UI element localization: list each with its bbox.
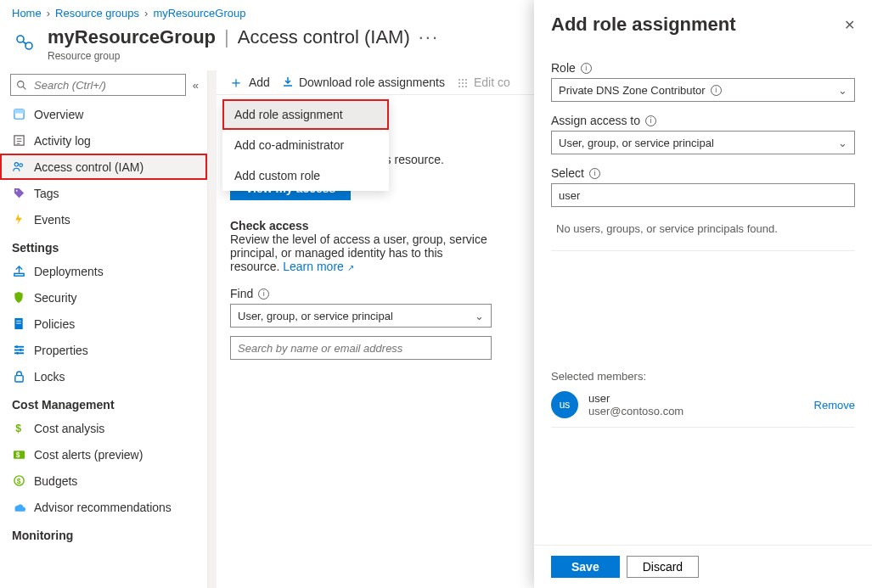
info-icon[interactable]: i [258, 288, 269, 300]
add-label: Add [249, 76, 270, 89]
sidebar-item-properties[interactable]: Properties [0, 337, 207, 363]
overview-icon [12, 108, 25, 121]
sidebar-item-label: Access control (IAM) [34, 160, 143, 174]
sidebar-item-overview[interactable]: Overview [0, 101, 207, 127]
policies-icon [12, 317, 25, 331]
lock-icon [12, 370, 25, 384]
sidebar-item-label: Budgets [34, 474, 77, 488]
dropdown-item-add-role-assignment[interactable]: Add role assignment [222, 99, 389, 130]
sidebar-item-locks[interactable]: Locks [0, 363, 207, 389]
find-search-input[interactable] [230, 336, 492, 360]
sidebar: « Overview Activity log Access control (… [0, 70, 208, 588]
sidebar-item-deployments[interactable]: Deployments [0, 258, 207, 284]
collapse-sidebar-button[interactable]: « [193, 79, 199, 92]
more-actions-button[interactable]: ··· [419, 26, 439, 48]
crumb-current[interactable]: myResourceGroup [153, 7, 245, 20]
activity-log-icon [12, 134, 25, 148]
add-dropdown: Add role assignment Add co-administrator… [222, 99, 389, 191]
edit-columns-button[interactable]: Edit co [457, 76, 510, 89]
svg-point-21 [19, 349, 21, 351]
assign-select[interactable]: User, group, or service principal ⌄ [551, 131, 855, 154]
save-button[interactable]: Save [551, 556, 620, 578]
svg-point-12 [15, 190, 17, 192]
sidebar-item-tags[interactable]: Tags [0, 180, 207, 206]
find-type-select[interactable]: User, group, or service principal ⌄ [230, 304, 492, 328]
svg-text:$: $ [15, 423, 21, 434]
discard-button[interactable]: Discard [627, 556, 699, 578]
close-icon[interactable]: ✕ [844, 17, 855, 33]
svg-rect-15 [16, 321, 21, 322]
crumb-home[interactable]: Home [12, 7, 42, 20]
sidebar-item-security[interactable]: Security [0, 284, 207, 311]
info-icon[interactable]: i [581, 63, 592, 74]
edit-label: Edit co [474, 76, 510, 89]
sidebar-item-access-control[interactable]: Access control (IAM) [0, 154, 207, 180]
cost-analysis-icon: $ [12, 422, 25, 435]
chevron-right-icon: › [47, 7, 50, 20]
cost-alerts-icon: $ [12, 448, 25, 462]
learn-more-link[interactable]: Learn more ↗ [283, 260, 353, 273]
select-input[interactable] [551, 183, 855, 207]
resource-group-icon [12, 30, 37, 55]
dropdown-item-add-custom-role[interactable]: Add custom role [222, 160, 389, 191]
svg-point-10 [14, 163, 18, 166]
events-icon [12, 213, 25, 227]
svg-point-2 [18, 81, 24, 87]
properties-icon [12, 344, 25, 357]
flyout-title: Add role assignment [551, 14, 736, 36]
search-icon [16, 80, 27, 91]
plus-icon: ＋ [228, 76, 244, 88]
sidebar-item-label: Locks [34, 370, 65, 384]
tags-icon [12, 187, 25, 200]
sidebar-scrollbar[interactable] [208, 70, 217, 588]
sidebar-item-policies[interactable]: Policies [0, 311, 207, 337]
role-select[interactable]: Private DNS Zone Contributor i ⌄ [551, 78, 855, 102]
check-access-heading: Check access [230, 219, 492, 232]
download-button[interactable]: Download role assignments [282, 76, 445, 89]
download-label: Download role assignments [299, 76, 445, 89]
add-role-assignment-panel: Add role assignment ✕ Role i Private DNS… [534, 0, 872, 588]
page-title-main: myResourceGroup [48, 26, 216, 48]
page-title-sub: Access control (IAM) [238, 26, 410, 48]
columns-icon [457, 76, 469, 88]
dropdown-item-add-co-administrator[interactable]: Add co-administrator [222, 130, 389, 160]
chevron-down-icon: ⌄ [475, 310, 484, 322]
chevron-down-icon: ⌄ [838, 84, 847, 97]
sidebar-item-label: Security [34, 291, 77, 305]
title-separator: | [224, 26, 229, 48]
add-button[interactable]: ＋ Add [228, 76, 270, 89]
no-results-text: No users, groups, or service principals … [551, 207, 855, 251]
svg-point-0 [17, 36, 24, 42]
member-email: user@contoso.com [588, 405, 804, 417]
search-input[interactable] [32, 78, 180, 92]
iam-icon [12, 160, 25, 174]
shield-icon [12, 291, 25, 305]
svg-point-20 [15, 345, 18, 348]
svg-rect-5 [14, 109, 23, 114]
sidebar-item-cost-analysis[interactable]: $ Cost analysis [0, 415, 207, 441]
sidebar-item-events[interactable]: Events [0, 206, 207, 232]
chevron-down-icon: ⌄ [838, 137, 847, 149]
info-icon[interactable]: i [711, 85, 722, 96]
sidebar-item-activity-log[interactable]: Activity log [0, 127, 207, 154]
sidebar-item-label: Activity log [34, 134, 91, 148]
section-cost: Cost Management [0, 389, 207, 415]
advisor-icon [12, 501, 25, 514]
sidebar-item-cost-alerts[interactable]: $ Cost alerts (preview) [0, 441, 207, 468]
assign-label: Assign access to [551, 114, 640, 127]
search-input-wrap[interactable] [10, 74, 186, 96]
svg-point-22 [16, 352, 19, 355]
sidebar-item-advisor[interactable]: Advisor recommendations [0, 494, 207, 520]
section-monitoring: Monitoring [0, 520, 207, 551]
selected-member-row: us user user@contoso.com Remove [551, 383, 855, 428]
sidebar-item-label: Events [34, 213, 70, 227]
sidebar-item-label: Cost alerts (preview) [34, 448, 143, 462]
info-icon[interactable]: i [589, 168, 600, 179]
remove-member-link[interactable]: Remove [814, 399, 855, 412]
avatar: us [551, 391, 578, 418]
deployments-icon [12, 265, 25, 278]
crumb-resource-groups[interactable]: Resource groups [55, 7, 139, 20]
sidebar-item-budgets[interactable]: $ Budgets [0, 468, 207, 494]
sidebar-item-label: Tags [34, 187, 59, 200]
info-icon[interactable]: i [645, 115, 656, 126]
